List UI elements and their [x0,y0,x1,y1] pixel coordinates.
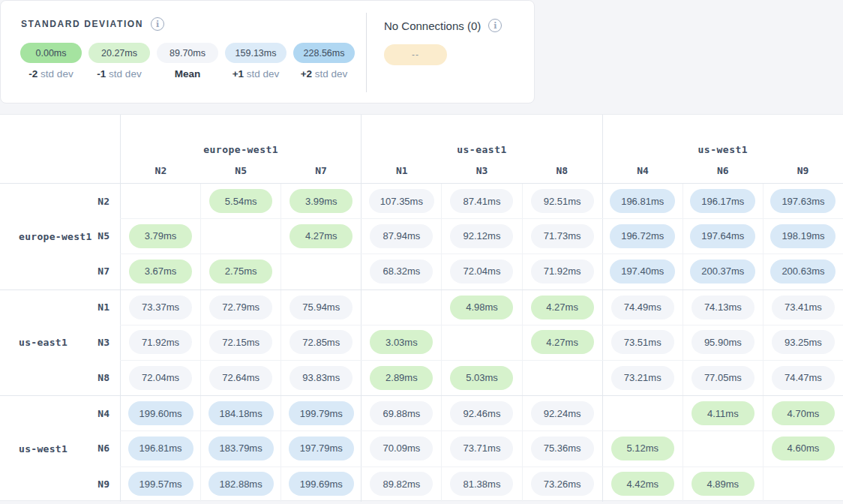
latency-cell: 69.88ms [361,396,441,430]
latency-pill[interactable]: 4.27ms [531,330,594,354]
info-icon[interactable]: i [151,17,164,31]
latency-pill[interactable]: 92.12ms [450,224,513,248]
latency-pill[interactable]: 72.04ms [450,260,513,284]
latency-cell: 198.19ms [763,218,843,254]
latency-pill[interactable]: 73.41ms [772,296,835,320]
latency-pill[interactable]: 199.57ms [128,472,194,496]
column-node-label-N8: N8 [522,165,602,176]
latency-pill[interactable]: 74.49ms [611,296,674,320]
latency-pill[interactable]: 87.41ms [450,189,513,213]
latency-cell: 4.98ms [441,290,521,325]
latency-pill[interactable]: 72.64ms [209,366,272,390]
latency-pill[interactable]: 77.05ms [692,366,754,390]
latency-pill[interactable]: 199.60ms [128,401,194,425]
latency-pill[interactable]: 5.12ms [611,436,674,460]
row-label-cell: N7 [0,254,120,289]
latency-pill[interactable]: 197.40ms [610,260,675,284]
latency-cell [441,325,521,360]
latency-pill[interactable]: 199.69ms [289,472,354,496]
latency-pill[interactable]: 73.21ms [611,366,674,390]
latency-pill[interactable]: 200.63ms [770,260,836,284]
table-row-N9: N9199.57ms182.88ms199.69ms89.82ms81.38ms… [0,466,843,502]
latency-pill[interactable]: 69.88ms [370,401,433,425]
latency-pill[interactable]: 4.60ms [772,436,835,460]
latency-pill[interactable]: 73.37ms [129,296,192,320]
latency-cell: 196.72ms [602,218,682,254]
latency-pill[interactable]: 87.94ms [370,224,433,248]
latency-cell: 5.12ms [602,430,682,466]
latency-cell: 3.79ms [120,218,200,254]
row-label-cell: N9 [0,466,120,502]
latency-pill[interactable]: 72.85ms [290,330,352,354]
latency-pill[interactable]: 93.25ms [772,330,835,354]
latency-pill[interactable]: 70.09ms [370,436,433,460]
latency-pill[interactable]: 4.11ms [692,401,754,425]
latency-pill[interactable]: 197.63ms [770,189,836,213]
latency-pill[interactable]: 73.71ms [450,436,513,460]
latency-pill[interactable]: 72.79ms [209,296,272,320]
latency-pill[interactable]: 73.26ms [531,472,594,496]
latency-pill[interactable]: 196.17ms [690,189,755,213]
latency-cell: 197.64ms [682,218,763,254]
latency-pill[interactable]: 4.89ms [692,472,754,496]
latency-pill[interactable]: 199.79ms [289,401,354,425]
latency-pill[interactable]: 68.32ms [370,260,433,284]
latency-pill[interactable]: 4.27ms [531,296,594,320]
latency-pill[interactable]: 2.75ms [209,260,272,284]
latency-pill[interactable]: 75.94ms [290,296,352,320]
latency-pill[interactable]: 72.15ms [209,330,272,354]
latency-pill[interactable]: 81.38ms [450,472,513,496]
latency-pill[interactable]: 184.18ms [208,401,274,425]
table-row-N5: europe-west1N53.79ms4.27ms87.94ms92.12ms… [0,218,843,254]
latency-pill[interactable]: 75.36ms [531,436,594,460]
column-node-label-N1: N1 [362,165,442,176]
column-group-europe-west1: europe-west1N2N5N7 [120,115,361,183]
latency-pill[interactable]: 93.83ms [290,366,352,390]
latency-pill[interactable]: 182.88ms [208,472,274,496]
latency-pill[interactable]: 196.81ms [610,189,675,213]
latency-pill[interactable]: 2.89ms [370,366,433,390]
latency-pill[interactable]: 5.54ms [209,189,272,213]
latency-pill[interactable]: 4.27ms [290,224,352,248]
table-row-N1: N173.37ms72.79ms75.94ms4.98ms4.27ms74.49… [0,290,843,325]
legend-stop-label-0: -2 std dev [20,68,82,80]
info-icon[interactable]: i [488,19,502,32]
column-node-label-N5: N5 [201,165,281,176]
column-group-us-east1: us-east1N1N3N8 [361,115,602,183]
latency-pill[interactable]: 4.42ms [611,472,674,496]
row-region-label-europe-west1: europe-west1 [19,230,92,242]
latency-pill[interactable]: 71.73ms [531,224,594,248]
latency-cell: 72.04ms [120,360,200,395]
latency-pill[interactable]: 73.51ms [611,330,674,354]
latency-pill[interactable]: 74.13ms [692,296,754,320]
latency-cell: 183.79ms [200,430,280,466]
latency-pill[interactable]: 4.70ms [772,401,835,425]
latency-pill[interactable]: 107.35ms [369,189,434,213]
latency-cell [602,396,682,430]
latency-pill[interactable]: 200.37ms [690,260,755,284]
latency-pill[interactable]: 4.98ms [450,296,513,320]
table-row-N8: N872.04ms72.64ms93.83ms2.89ms5.03ms73.21… [0,360,843,395]
latency-pill[interactable]: 3.67ms [129,260,192,284]
latency-pill[interactable]: 74.47ms [772,366,835,390]
legend-stop-pill-2: 89.70ms [157,43,218,63]
latency-pill[interactable]: 71.92ms [129,330,192,354]
latency-pill[interactable]: 92.51ms [531,189,594,213]
latency-pill[interactable]: 3.99ms [290,189,352,213]
latency-pill[interactable]: 72.04ms [129,366,192,390]
latency-pill[interactable]: 197.64ms [690,224,755,248]
latency-pill[interactable]: 3.79ms [129,224,192,248]
latency-pill[interactable]: 198.19ms [770,224,836,248]
latency-pill[interactable]: 92.46ms [450,401,513,425]
legend-stop-label-2: Mean [157,68,218,80]
latency-pill[interactable]: 3.03ms [370,330,433,354]
latency-pill[interactable]: 5.03ms [450,366,513,390]
latency-pill[interactable]: 95.90ms [692,330,754,354]
latency-pill[interactable]: 197.79ms [289,436,354,460]
latency-pill[interactable]: 71.92ms [531,260,594,284]
latency-pill[interactable]: 196.81ms [128,436,194,460]
latency-pill[interactable]: 92.24ms [531,401,594,425]
latency-pill[interactable]: 183.79ms [208,436,274,460]
latency-pill[interactable]: 196.72ms [610,224,675,248]
latency-pill[interactable]: 89.82ms [370,472,433,496]
